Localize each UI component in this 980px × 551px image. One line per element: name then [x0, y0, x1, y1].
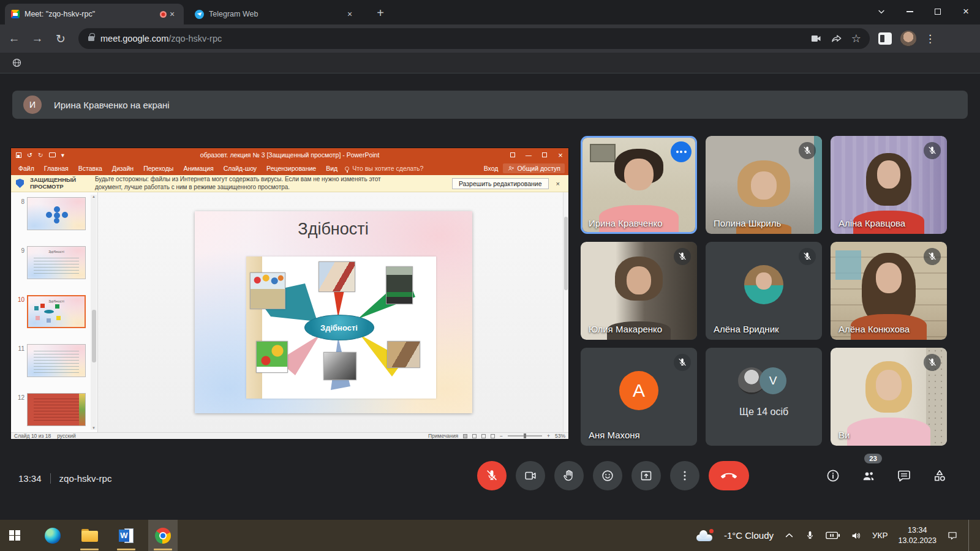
volume-icon[interactable]: [851, 530, 862, 541]
leave-call-button[interactable]: [709, 461, 749, 490]
taskbar-clock[interactable]: 13:34 13.02.2023: [898, 525, 937, 546]
weather-text[interactable]: -1°C Cloudy: [724, 530, 774, 541]
view-sorter-icon[interactable]: [472, 434, 477, 438]
protected-bar-close-icon[interactable]: ×: [555, 180, 564, 187]
camera-in-use-icon[interactable]: [810, 32, 822, 45]
ppt-signin-button[interactable]: Вход: [484, 165, 499, 172]
scrollbar-thumb[interactable]: [564, 217, 568, 290]
address-bar[interactable]: meet.google.com /zqo-hskv-rpc ☆: [78, 28, 870, 49]
more-options-button[interactable]: [670, 461, 699, 490]
ribbon-tab-review[interactable]: Рецензирование: [262, 162, 321, 175]
reload-button[interactable]: ↻: [51, 29, 70, 48]
save-icon[interactable]: [16, 152, 21, 158]
language-indicator[interactable]: русский: [57, 433, 76, 439]
redo-icon[interactable]: ↻: [38, 151, 43, 159]
weather-icon[interactable]: [695, 530, 714, 541]
qat-dropdown-icon[interactable]: ▾: [61, 151, 64, 159]
reactions-button[interactable]: [593, 461, 622, 490]
zoom-in-icon[interactable]: +: [547, 433, 550, 439]
window-minimize-button[interactable]: [895, 0, 924, 23]
notes-toggle[interactable]: Примечания: [428, 433, 458, 439]
tab-telegram[interactable]: Telegram Web ×: [189, 4, 361, 24]
tray-mic-icon[interactable]: [805, 530, 815, 541]
show-everyone-button[interactable]: 23: [861, 468, 876, 483]
enable-editing-button[interactable]: Разрешить редактирование: [452, 178, 549, 189]
ribbon-tab-home[interactable]: Главная: [39, 162, 74, 175]
ribbon-tab-transitions[interactable]: Переходы: [138, 162, 178, 175]
slideshow-icon[interactable]: [49, 152, 56, 157]
forward-button[interactable]: →: [28, 29, 47, 48]
new-tab-button[interactable]: +: [372, 6, 388, 20]
slide-scrollbar[interactable]: [563, 192, 568, 432]
scrollbar-thumb[interactable]: [92, 310, 96, 362]
start-button[interactable]: [0, 520, 29, 551]
ppt-restore-button[interactable]: [537, 152, 552, 159]
ppt-close-button[interactable]: ×: [552, 151, 568, 160]
thumbnail-slide-9[interactable]: 9 Здібності: [13, 246, 97, 279]
thumbnail-scrollbar[interactable]: ▲ ▼: [91, 195, 97, 430]
tile-options-button[interactable]: [671, 141, 692, 162]
ribbon-options-icon[interactable]: [505, 152, 521, 159]
ribbon-tab-insert[interactable]: Вставка: [74, 162, 107, 175]
profile-avatar[interactable]: [900, 31, 916, 47]
chat-button[interactable]: [897, 468, 911, 483]
globe-bookmark-icon[interactable]: [12, 58, 22, 68]
thumbnail-slide-11[interactable]: 11: [13, 344, 97, 377]
tab-meet[interactable]: Meet: "zqo-hskv-rpc" ×: [5, 4, 184, 24]
tile-yulia-makarenko[interactable]: Юлия Макаренко: [581, 242, 697, 340]
window-menu-chevron-icon[interactable]: [867, 0, 895, 23]
back-button[interactable]: ←: [5, 29, 23, 48]
tab-close-icon[interactable]: ×: [344, 9, 355, 20]
ribbon-tab-design[interactable]: Дизайн: [107, 162, 138, 175]
undo-icon[interactable]: ↺: [27, 151, 32, 159]
thumbnail-slide-8[interactable]: 8: [13, 197, 97, 230]
tab-close-icon[interactable]: ×: [167, 9, 178, 20]
scroll-down-icon[interactable]: ▼: [91, 426, 97, 430]
tile-polina-shkryl[interactable]: Полина Шкриль: [706, 136, 822, 234]
tile-alena-vrydnyk[interactable]: Алёна Вридник: [706, 242, 822, 340]
view-reading-icon[interactable]: [481, 434, 486, 438]
meeting-details-button[interactable]: [826, 468, 840, 483]
side-panel-icon[interactable]: [878, 32, 892, 45]
ribbon-tab-view[interactable]: Вид: [321, 162, 342, 175]
zoom-slider[interactable]: [508, 435, 542, 437]
taskbar-chrome[interactable]: [148, 520, 178, 551]
tile-irina-kravchenko[interactable]: Ирина Кравченко: [581, 136, 697, 234]
action-center-icon[interactable]: [947, 530, 958, 541]
battery-icon[interactable]: [826, 531, 840, 540]
ribbon-tab-file[interactable]: Файл: [13, 162, 39, 175]
tile-alina-kravtsova[interactable]: Аліна Кравцова: [831, 136, 947, 234]
thumbnail-slide-12[interactable]: 12: [13, 393, 97, 426]
taskbar-explorer[interactable]: [75, 520, 104, 551]
tile-more-people[interactable]: V Ще 14 осіб: [706, 348, 822, 446]
bookmark-star-icon[interactable]: ☆: [851, 32, 861, 45]
tell-me-search[interactable]: Что вы хотите сделать?: [345, 165, 423, 172]
raise-hand-button[interactable]: [554, 461, 584, 490]
activities-button[interactable]: [932, 468, 947, 483]
ribbon-tab-slideshow[interactable]: Слайд-шоу: [219, 162, 262, 175]
zoom-level[interactable]: 53%: [555, 433, 565, 439]
taskbar-edge[interactable]: [38, 520, 67, 551]
taskbar-word[interactable]: W: [111, 520, 141, 551]
ribbon-tab-animation[interactable]: Анимация: [178, 162, 218, 175]
camera-toggle-button[interactable]: [516, 461, 545, 490]
ppt-minimize-button[interactable]: —: [521, 152, 537, 159]
tray-chevron-icon[interactable]: [784, 530, 794, 541]
browser-menu-icon[interactable]: ⋮: [925, 32, 935, 45]
language-indicator[interactable]: УКР: [872, 531, 888, 540]
window-close-button[interactable]: ×: [952, 0, 980, 23]
view-normal-icon[interactable]: [463, 434, 467, 438]
window-restore-button[interactable]: [924, 0, 952, 23]
thumbnail-slide-10-selected[interactable]: 10 Здібності: [13, 295, 97, 328]
ppt-share-button[interactable]: Общий доступ: [503, 163, 565, 173]
show-desktop-button[interactable]: [968, 520, 971, 551]
share-page-icon[interactable]: [831, 32, 843, 45]
scroll-up-icon[interactable]: ▲: [91, 195, 97, 198]
tile-anya-makhonya[interactable]: А Аня Махоня: [581, 348, 697, 446]
mic-toggle-button[interactable]: [477, 461, 507, 490]
tile-alena-konyukhova[interactable]: Алёна Конюхова: [831, 242, 947, 340]
zoom-out-icon[interactable]: −: [500, 433, 503, 439]
view-slideshow-icon[interactable]: [491, 434, 495, 438]
tile-self[interactable]: Ви: [831, 348, 947, 446]
present-screen-button[interactable]: [631, 461, 661, 490]
